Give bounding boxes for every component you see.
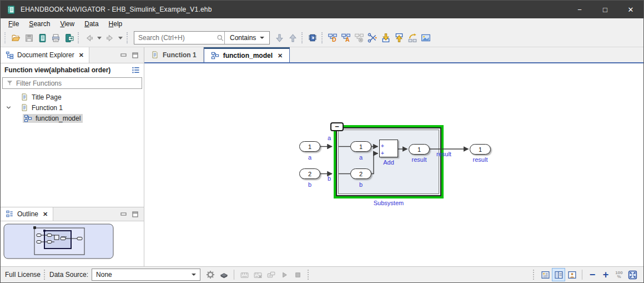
view-menu-icon[interactable] [132, 66, 140, 74]
open-file-button[interactable] [9, 31, 22, 44]
save-icon [24, 33, 34, 43]
tree-item-label: Title Page [32, 93, 62, 101]
inner-outport-block-result[interactable]: 1 [409, 144, 430, 155]
experiment-button[interactable] [264, 268, 278, 281]
data-source-settings-button[interactable] [204, 268, 217, 281]
sort-alphabetical-icon: A [341, 33, 351, 43]
panel-buttons [120, 47, 144, 63]
selected-highlight: function_model [23, 114, 83, 123]
tab-outline[interactable]: Outline ✕ [1, 207, 53, 221]
menu-view[interactable]: View [55, 19, 79, 28]
outline-tab-strip: Outline ✕ [1, 207, 144, 221]
reader-view-button[interactable] [565, 268, 578, 281]
signal-trace-button[interactable] [366, 31, 379, 44]
tab-document-explorer[interactable]: Document Explorer ✕ [1, 47, 89, 63]
outport-block-result[interactable]: 1 [470, 144, 491, 155]
minimize-panel-icon[interactable] [120, 52, 127, 58]
jump-to-parent-button[interactable] [406, 31, 419, 44]
split-view-button[interactable] [552, 268, 565, 281]
collapse-subsystem-button[interactable]: − [330, 122, 344, 131]
maximize-panel-icon[interactable] [132, 211, 138, 217]
page-view-icon [541, 270, 550, 280]
sort-document-order-button[interactable]: D [326, 31, 339, 44]
chevron-expanded-icon[interactable] [6, 105, 12, 111]
back-arrow-icon [84, 33, 94, 43]
model-view-disabled-button[interactable] [353, 31, 366, 44]
model-thumbnail[interactable] [3, 224, 114, 260]
close-icon[interactable]: ✕ [43, 211, 48, 218]
close-icon[interactable]: ✕ [278, 52, 283, 59]
menu-data[interactable]: Data [79, 19, 103, 28]
back-history-dropdown[interactable] [95, 31, 103, 44]
measurement-button[interactable] [238, 268, 251, 281]
stop-button[interactable] [291, 268, 304, 281]
inner-inport-block-a[interactable]: 1 [350, 141, 371, 152]
drill-down-icon [381, 33, 391, 43]
previous-result-button[interactable] [286, 31, 299, 44]
inport-block-a[interactable]: 1 [299, 141, 320, 152]
inport-block-b[interactable]: 2 [299, 168, 320, 179]
zoom-out-button[interactable]: − [586, 268, 599, 281]
jump-to-parent-icon [407, 33, 417, 43]
measurement-remove-button[interactable] [251, 268, 264, 281]
show-model-button[interactable] [306, 31, 319, 44]
close-icon[interactable]: ✕ [79, 52, 84, 59]
drill-down-button[interactable] [379, 31, 393, 44]
close-button[interactable]: ✕ [618, 1, 643, 18]
navigate-back-button[interactable] [82, 31, 95, 44]
zoom-in-button[interactable]: + [599, 268, 612, 281]
svg-text:A: A [345, 36, 350, 43]
fit-to-window-button[interactable] [626, 268, 639, 281]
sort-alphabetical-button[interactable]: A [339, 31, 353, 44]
filter-functions-input[interactable] [16, 80, 138, 87]
open-handbook-button[interactable] [36, 31, 49, 44]
forward-history-dropdown[interactable] [117, 31, 124, 44]
single-page-view-button[interactable] [539, 268, 552, 281]
subsystem-port-label-b: b [321, 175, 331, 182]
minimize-button[interactable]: − [567, 1, 592, 18]
function-view-header: Function view(alphabetical order) [1, 63, 144, 77]
zoom-100-button[interactable]: 100% [612, 268, 626, 281]
inner-inport-block-b[interactable]: 2 [350, 168, 371, 179]
chevron-down-icon [97, 37, 102, 39]
data-source-select[interactable]: None [92, 269, 200, 281]
print-icon [51, 33, 61, 43]
add-input-plus: + [381, 151, 384, 156]
tree-icon [6, 51, 14, 59]
document-icon [151, 51, 159, 59]
maximize-button[interactable]: □ [592, 1, 618, 18]
tree-item-function-1[interactable]: Function 1 [1, 102, 144, 113]
tab-label: Function 1 [163, 51, 197, 59]
main-toolbar: Contains D A [1, 29, 643, 47]
print-button[interactable] [49, 31, 62, 44]
menu-search[interactable]: Search [24, 19, 55, 28]
status-bar: Full License Data Source: None − + 100% [1, 266, 643, 282]
menu-help[interactable]: Help [104, 19, 128, 28]
export-handbook-button[interactable] [62, 31, 76, 44]
menu-file[interactable]: File [3, 19, 24, 28]
drill-up-button[interactable] [393, 31, 406, 44]
gear-icon [206, 270, 215, 279]
navigate-forward-button[interactable] [103, 31, 117, 44]
tree-item-function-model[interactable]: function_model [1, 113, 144, 123]
outline-thumbnail-area [1, 222, 144, 266]
toolbar-handle [4, 32, 7, 43]
open-folder-icon [11, 33, 21, 43]
up-arrow-icon [288, 33, 298, 43]
tree-item-title-page[interactable]: Title Page [1, 92, 144, 102]
subsystem-label: Subsystem [334, 200, 444, 206]
tab-function-model[interactable]: function_model ✕ [204, 47, 290, 62]
tab-function-1[interactable]: Function 1 [144, 47, 204, 62]
tab-label: Document Explorer [17, 51, 74, 59]
save-button[interactable] [22, 31, 36, 44]
next-result-button[interactable] [273, 31, 286, 44]
dataset-button[interactable] [217, 268, 230, 281]
play-button[interactable] [278, 268, 291, 281]
model-overview-button[interactable] [419, 31, 432, 44]
contains-dropdown[interactable]: Contains [224, 32, 269, 44]
maximize-panel-icon[interactable] [132, 52, 138, 58]
view-title: Function view(alphabetical order) [4, 66, 110, 74]
search-input[interactable] [134, 34, 217, 42]
model-canvas[interactable]: − 1 a 2 b a b 1 a 2 b + + Add 1 result r… [144, 63, 643, 266]
minimize-panel-icon[interactable] [120, 211, 127, 217]
